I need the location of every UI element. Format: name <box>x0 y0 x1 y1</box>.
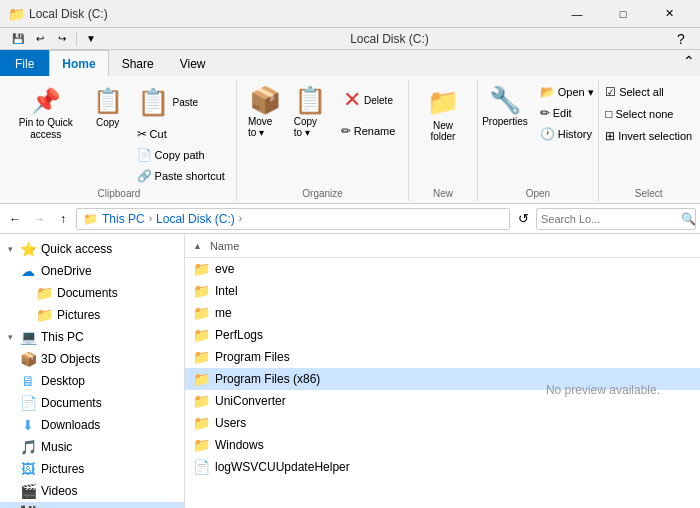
file-item-windows[interactable]: 📁 Windows <box>185 434 700 456</box>
sidebar-label-documents2: Documents <box>41 396 176 410</box>
paste-label: Paste <box>173 97 199 108</box>
sidebar-item-pictures[interactable]: 📁 Pictures <box>0 304 184 326</box>
breadcrumb-item-localdisk[interactable]: Local Disk (C:) <box>156 212 235 226</box>
cut-button[interactable]: ✂ Cut <box>132 124 172 144</box>
title-bar-left: 📁 Local Disk (C:) <box>8 6 108 22</box>
qa-redo-button[interactable]: ↪ <box>52 30 72 48</box>
properties-button[interactable]: 🔧 Properties <box>477 82 533 130</box>
qa-dropdown-button[interactable]: ▼ <box>81 30 101 48</box>
pictures-icon: 📁 <box>36 307 52 323</box>
ribbon-help-button[interactable]: ⌃ <box>678 50 700 72</box>
file-item-me[interactable]: 📁 me <box>185 302 700 324</box>
breadcrumb-item-thispc[interactable]: This PC <box>102 212 145 226</box>
file-item-program-files[interactable]: 📁 Program Files <box>185 346 700 368</box>
copy-to-icon: 📋 <box>294 85 326 116</box>
tab-home[interactable]: Home <box>49 50 108 76</box>
sidebar-label-downloads: Downloads <box>41 418 176 432</box>
copy-path-label: Copy path <box>155 149 205 161</box>
main-content: ▾ ⭐ Quick access ☁ OneDrive 📁 Documents … <box>0 234 700 508</box>
tab-file[interactable]: File <box>0 50 49 76</box>
invert-icon: ⊞ <box>605 129 615 143</box>
file-name-intel: Intel <box>215 284 692 298</box>
sidebar-item-this-pc[interactable]: ▾ 💻 This PC <box>0 326 184 348</box>
sidebar-item-documents2[interactable]: 📄 Documents <box>0 392 184 414</box>
clipboard-content: 📌 Pin to Quick access 📋 Copy 📋 Paste ✂ <box>8 80 230 186</box>
sidebar-item-local-disk[interactable]: 💾 Local Disk (C:) <box>0 502 184 508</box>
close-button[interactable]: ✕ <box>646 0 692 28</box>
ribbon-content: 📌 Pin to Quick access 📋 Copy 📋 Paste ✂ <box>0 76 700 203</box>
file-item-perflogs[interactable]: 📁 PerfLogs <box>185 324 700 346</box>
breadcrumb: 📁 This PC › Local Disk (C:) › <box>76 208 510 230</box>
file-item-users[interactable]: 📁 Users <box>185 412 700 434</box>
rename-label: Rename <box>354 125 396 137</box>
sidebar-label-pictures: Pictures <box>57 308 176 322</box>
select-none-button[interactable]: □ Select none <box>600 104 697 124</box>
file-item-logwsvcuupdatehelper[interactable]: 📄 logWSVCUUpdateHelper <box>185 456 700 478</box>
sidebar-item-downloads[interactable]: ⬇ Downloads <box>0 414 184 436</box>
help-button[interactable]: ? <box>670 28 692 50</box>
copy-button[interactable]: 📋 Copy <box>86 82 130 133</box>
move-to-icon: 📦 <box>249 85 281 116</box>
quick-access-icon: ⭐ <box>20 241 36 257</box>
sidebar-item-onedrive[interactable]: ☁ OneDrive <box>0 260 184 282</box>
sidebar-item-documents[interactable]: 📁 Documents <box>0 282 184 304</box>
window-icon: 📁 <box>8 6 25 22</box>
maximize-button[interactable]: □ <box>600 0 646 28</box>
open-edit-history: 📂 Open ▾ ✏ Edit 🕐 History <box>535 82 599 144</box>
refresh-button[interactable]: ↺ <box>512 208 534 230</box>
pin-to-quick-access-button[interactable]: 📌 Pin to Quick access <box>8 82 84 146</box>
invert-selection-button[interactable]: ⊞ Invert selection <box>600 126 697 146</box>
ribbon-group-select: ☑ Select all □ Select none ⊞ Invert sele… <box>599 80 698 201</box>
qa-save-button[interactable]: 💾 <box>8 30 28 48</box>
select-none-icon: □ <box>605 107 612 121</box>
invert-label: Invert selection <box>618 130 692 142</box>
sidebar-item-pictures2[interactable]: 🖼 Pictures <box>0 458 184 480</box>
forward-button[interactable]: → <box>28 208 50 230</box>
delete-button[interactable]: ✕ Delete <box>334 82 403 118</box>
select-all-icon: ☑ <box>605 85 616 99</box>
ribbon-group-organize: 📦 Move to ▾ 📋 Copy to ▾ ✕ Delete <box>237 80 409 201</box>
onedrive-icon: ☁ <box>20 263 36 279</box>
file-item-intel[interactable]: 📁 Intel <box>185 280 700 302</box>
up-button[interactable]: ↑ <box>52 208 74 230</box>
select-all-button[interactable]: ☑ Select all <box>600 82 697 102</box>
move-to-button[interactable]: 📦 Move to ▾ <box>243 82 287 141</box>
rename-button[interactable]: ✏ Rename <box>334 119 403 143</box>
ribbon-group-clipboard: 📌 Pin to Quick access 📋 Copy 📋 Paste ✂ <box>2 80 237 201</box>
minimize-button[interactable]: — <box>554 0 600 28</box>
sort-arrow-up: ▲ <box>193 241 202 251</box>
history-button[interactable]: 🕐 History <box>535 124 599 144</box>
file-icon-me: 📁 <box>193 305 209 321</box>
title-bar-controls: — □ ✕ <box>554 0 692 28</box>
sidebar-item-quick-access[interactable]: ▾ ⭐ Quick access <box>0 238 184 260</box>
file-name-users: Users <box>215 416 692 430</box>
documents2-icon: 📄 <box>20 395 36 411</box>
edit-button[interactable]: ✏ Edit <box>535 103 599 123</box>
sidebar-label-music: Music <box>41 440 176 454</box>
music-icon: 🎵 <box>20 439 36 455</box>
organize-content: 📦 Move to ▾ 📋 Copy to ▾ ✕ Delete <box>243 80 402 186</box>
back-button[interactable]: ← <box>4 208 26 230</box>
ribbon-tabs: File Home Share View ⌃ <box>0 50 700 76</box>
tab-share[interactable]: Share <box>109 50 167 76</box>
organize-label: Organize <box>243 186 402 201</box>
paste-button[interactable]: 📋 Paste <box>132 82 204 123</box>
new-folder-button[interactable]: 📁 New folder <box>415 82 470 147</box>
copy-to-button[interactable]: 📋 Copy to ▾ <box>289 82 332 141</box>
qa-undo-button[interactable]: ↩ <box>30 30 50 48</box>
file-item-eve[interactable]: 📁 eve <box>185 258 700 280</box>
sidebar-item-3d-objects[interactable]: 📦 3D Objects <box>0 348 184 370</box>
search-input[interactable] <box>541 213 679 225</box>
file-icon-intel: 📁 <box>193 283 209 299</box>
paste-shortcut-button[interactable]: 🔗 Paste shortcut <box>132 166 230 186</box>
open-button[interactable]: 📂 Open ▾ <box>535 82 599 102</box>
copy-path-button[interactable]: 📄 Copy path <box>132 145 210 165</box>
file-icon-users: 📁 <box>193 415 209 431</box>
sidebar-item-music[interactable]: 🎵 Music <box>0 436 184 458</box>
file-icon-eve: 📁 <box>193 261 209 277</box>
pin-label: Pin to Quick access <box>15 117 77 141</box>
tab-view[interactable]: View <box>167 50 219 76</box>
sidebar-item-desktop[interactable]: 🖥 Desktop <box>0 370 184 392</box>
col-header-name[interactable]: Name <box>206 238 243 254</box>
sidebar-item-videos[interactable]: 🎬 Videos <box>0 480 184 502</box>
